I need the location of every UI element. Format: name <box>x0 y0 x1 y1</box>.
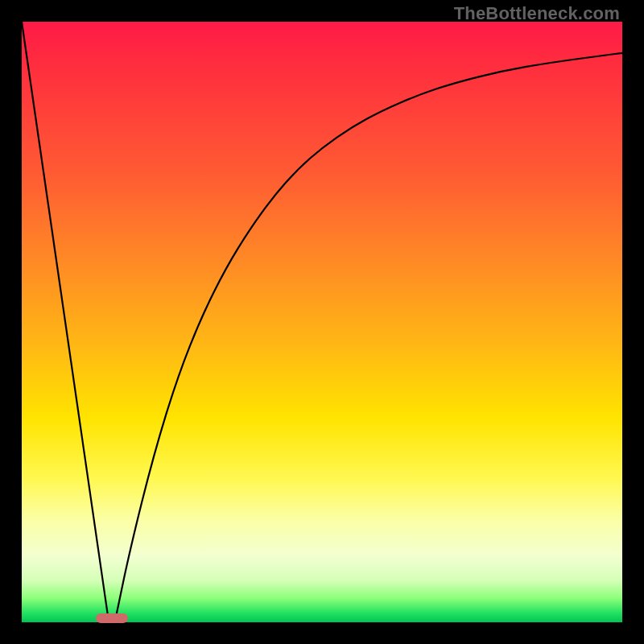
plot-area <box>22 22 622 622</box>
chart-frame: TheBottleneck.com <box>0 0 644 644</box>
v-left-line <box>22 22 109 622</box>
v-right-curve <box>115 53 622 622</box>
curve-layer <box>22 22 622 622</box>
minimum-marker <box>96 613 128 623</box>
